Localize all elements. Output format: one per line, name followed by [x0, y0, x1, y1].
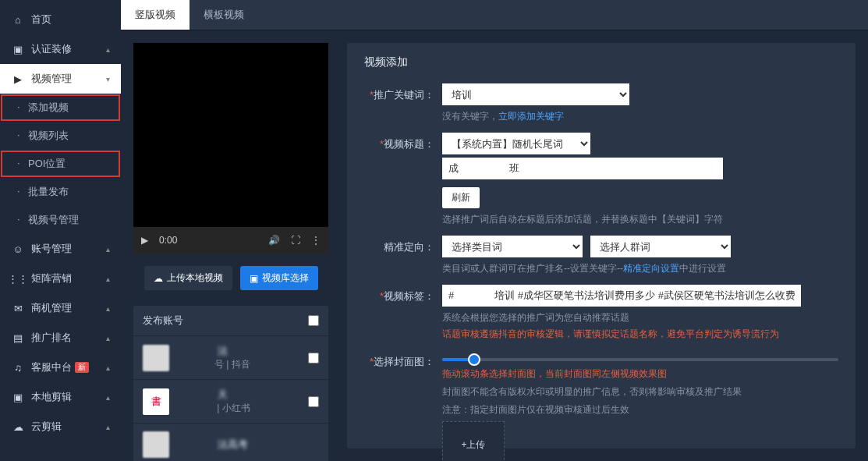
title-hint: 选择推广词后自动在标题后添加话题，并替换标题中【关键词】字符: [442, 213, 838, 226]
tabs: 竖版视频 横板视频: [121, 0, 868, 30]
title-label: 视频标题：: [364, 133, 434, 226]
account-row[interactable]: 法高考: [133, 424, 328, 461]
play-icon[interactable]: ▶: [141, 235, 148, 246]
account-row[interactable]: 書 天 | 小红书: [133, 380, 328, 424]
tag-label: 视频标签：: [364, 285, 434, 341]
nav-matrix[interactable]: ⋮⋮矩阵营销▴: [0, 264, 121, 293]
video-preview[interactable]: ▶ 0:00 🔊 ⛶ ⋮: [133, 43, 328, 254]
chevron-icon: ▴: [106, 275, 110, 283]
video-library-button[interactable]: ▣视频库选择: [240, 266, 318, 290]
cloud-icon: ☁: [11, 421, 25, 433]
crowd-select[interactable]: 选择人群词: [590, 236, 731, 257]
target-setting-link[interactable]: 精准定向设置: [623, 263, 679, 274]
nav-home[interactable]: ⌂首页: [0, 5, 121, 34]
mail-icon: ✉: [11, 303, 25, 314]
volume-icon[interactable]: 🔊: [268, 235, 280, 246]
account-row[interactable]: 法 号 | 抖音: [133, 336, 328, 380]
nav-rank[interactable]: ▤推广排名▴: [0, 323, 121, 353]
library-icon: ▣: [250, 273, 258, 284]
chevron-icon: ▴: [106, 363, 110, 372]
refresh-button[interactable]: 刷新: [442, 187, 480, 208]
nav-auth[interactable]: ▣认证装修▴: [0, 34, 121, 64]
chevron-icon: ▴: [106, 245, 110, 254]
video-controls: ▶ 0:00 🔊 ⛶ ⋮: [133, 227, 328, 254]
title-input[interactable]: [442, 158, 723, 179]
nav-account[interactable]: ☺账号管理▴: [0, 234, 121, 264]
keyword-hint: 没有关键字，立即添加关键字: [442, 110, 838, 123]
cover-hint2: 注意：指定封面图片仅在视频审核通过后生效: [442, 403, 838, 417]
chevron-icon: ▴: [106, 393, 110, 402]
tag-warning: 话题审核遵循抖音的审核逻辑，请谨慎拟定话题名称，避免平台判定为诱导流行为: [442, 328, 838, 341]
subnav-channel[interactable]: 视频号管理: [0, 206, 121, 234]
chevron-icon: ▴: [106, 423, 110, 431]
subnav-poi[interactable]: POI位置: [0, 150, 121, 178]
chevron-icon: ▴: [106, 45, 110, 54]
new-badge: 新: [75, 362, 89, 373]
left-column: ▶ 0:00 🔊 ⛶ ⋮ ☁上传本地视频 ▣视频库选择 发布账号: [133, 43, 328, 449]
nav-local-edit[interactable]: ▣本地剪辑▴: [0, 382, 121, 412]
tag-hint: 系统会根据您选择的推广词为您自动推荐话题: [442, 311, 838, 324]
accounts-select-all[interactable]: [308, 315, 319, 326]
nav-video-mgmt[interactable]: ▶视频管理▾: [0, 64, 121, 94]
cover-upload-button[interactable]: +上传: [442, 421, 505, 461]
tab-horizontal[interactable]: 横板视频: [190, 0, 258, 30]
nav-cloud-edit[interactable]: ☁云剪辑▴: [0, 412, 121, 441]
target-label: 精准定向：: [364, 236, 434, 275]
tab-vertical[interactable]: 竖版视频: [121, 0, 190, 30]
keyword-label: 推广关键词：: [364, 83, 434, 123]
accounts-header: 发布账号: [133, 306, 328, 336]
nav-biz[interactable]: ✉商机管理▴: [0, 293, 121, 323]
title-template-select[interactable]: 【系统内置】随机长尾词: [442, 133, 590, 154]
avatar: 書: [143, 388, 169, 415]
home-icon: ⌂: [11, 14, 25, 26]
chevron-down-icon: ▾: [106, 75, 110, 83]
upload-local-button[interactable]: ☁上传本地视频: [144, 266, 232, 290]
form-title: 视频添加: [364, 55, 838, 69]
form-panel: 视频添加 推广关键词： 培训 没有关键字，立即添加关键字 视频标题： 【系统内置…: [347, 43, 856, 449]
users-icon: ☺: [11, 243, 25, 255]
cover-hint1: 封面图不能含有版权水印或明显的推广信息，否则将影响审核及推广结果: [442, 385, 838, 399]
more-icon[interactable]: ⋮: [311, 235, 321, 246]
subnav-add-video[interactable]: 添加视频: [0, 94, 121, 122]
accounts-title: 发布账号: [143, 314, 183, 328]
video-icon: ▶: [11, 73, 25, 85]
auth-icon: ▣: [11, 44, 25, 55]
cover-label: 选择封面图：: [364, 350, 434, 461]
keyword-select[interactable]: 培训: [442, 83, 629, 105]
target-hint: 类目词或人群词可在推广排名--设置关键字--精准定向设置中进行设置: [442, 262, 838, 275]
avatar: [143, 345, 169, 371]
add-keyword-link[interactable]: 立即添加关键字: [498, 111, 564, 122]
accounts-panel: 发布账号 法 号 | 抖音 書 天 | 小红书 法高考: [133, 306, 328, 461]
rank-icon: ▤: [11, 332, 25, 344]
account-checkbox[interactable]: [308, 396, 319, 407]
headset-icon: ♫: [11, 362, 25, 374]
chevron-icon: ▴: [106, 334, 110, 342]
nav-cs[interactable]: ♫客服中台新▴: [0, 353, 121, 382]
avatar: [143, 431, 169, 458]
fullscreen-icon[interactable]: ⛶: [291, 235, 300, 246]
main: 竖版视频 横板视频 ▶ 0:00 🔊 ⛶ ⋮ ☁上传本地视频 ▣视频库选择: [121, 0, 868, 461]
cloud-upload-icon: ☁: [154, 273, 163, 284]
subnav-video-list[interactable]: 视频列表: [0, 122, 121, 150]
account-checkbox[interactable]: [308, 353, 319, 363]
subnav-batch[interactable]: 批量发布: [0, 178, 121, 206]
matrix-icon: ⋮⋮: [11, 273, 25, 285]
video-time: 0:00: [159, 235, 177, 246]
tag-input[interactable]: [442, 285, 801, 307]
clip-icon: ▣: [11, 392, 25, 403]
chevron-icon: ▴: [106, 304, 110, 313]
cover-slider[interactable]: [442, 355, 838, 364]
content: ▶ 0:00 🔊 ⛶ ⋮ ☁上传本地视频 ▣视频库选择 发布账号: [121, 30, 868, 461]
cover-warning: 拖动滚动条选择封面图，当前封面图同左侧视频效果图: [442, 367, 838, 381]
category-select[interactable]: 选择类目词: [442, 236, 583, 257]
sidebar: ⌂首页 ▣认证装修▴ ▶视频管理▾ 添加视频 视频列表 POI位置 批量发布 视…: [0, 0, 121, 461]
